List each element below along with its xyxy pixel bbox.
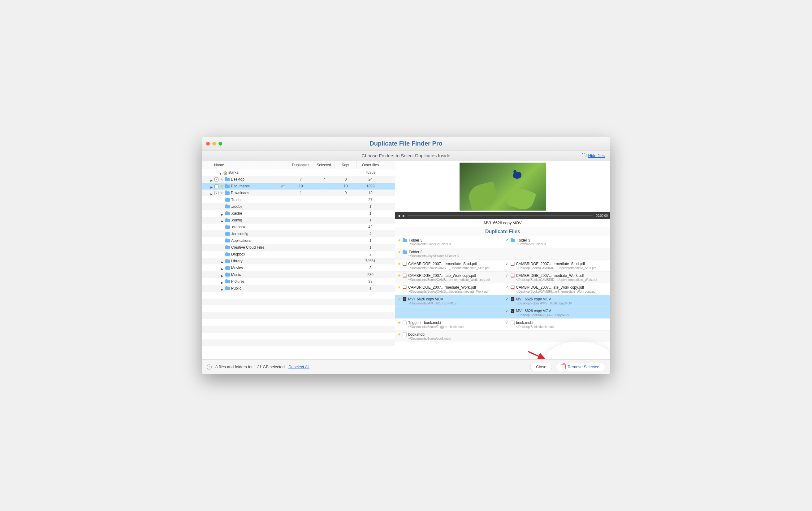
duplicate-cell[interactable]: ★book.mobi~/Documents/Books/book.mobi (395, 330, 503, 342)
zoom-window-button[interactable] (219, 142, 222, 145)
table-row[interactable]: ★Downloads11013 (202, 190, 395, 196)
duplicate-row[interactable]: ★CAMBRIDGE_2007…ermediate_Stud.pdf~/Docu… (395, 260, 610, 272)
col-selected[interactable]: Selected (313, 161, 335, 169)
check-icon: ✓ (505, 309, 509, 313)
duplicate-row[interactable]: ★MVI_6626 copy.MOV~/Documents/MVI_6626 c… (395, 295, 610, 307)
table-row[interactable]: .adobe1 (202, 203, 395, 210)
table-row[interactable]: Public1 (202, 285, 395, 292)
duplicate-cell[interactable]: ✓CAMBRIDGE_2007…rmediate_Work.pdf~/Deskt… (503, 272, 611, 283)
folder-name: .dropbox (231, 225, 246, 229)
duplicate-cell[interactable]: ★MVI_6626 copy.MOV~/Documents/MVI_6626 c… (395, 295, 503, 306)
star-icon: ★ (398, 297, 401, 301)
checkbox[interactable] (214, 191, 219, 195)
col-duplicates[interactable]: Duplicates (288, 161, 313, 169)
table-row[interactable]: Movies3 (202, 265, 395, 271)
disclosure-triangle-icon[interactable] (221, 280, 224, 283)
duplicate-cell[interactable]: ★CAMBRIDGE_2007…iate_Work copy.pdf~/Docu… (395, 272, 503, 283)
duplicate-row[interactable]: ★CAMBRIDGE_2007…iate_Work copy.pdf~/Docu… (395, 272, 610, 284)
duplicate-cell[interactable]: ✓Folder 3~/Downloads/Folder 3 (503, 236, 611, 248)
disclosure-triangle-icon[interactable] (210, 192, 213, 194)
duplicate-cell[interactable]: ✓MVI_6626 copy.MOV~/Desktop/Folder 4/MVI… (503, 295, 611, 306)
deselect-all-link[interactable]: Deselect All (288, 365, 310, 369)
duplicate-cell[interactable] (503, 248, 611, 260)
star-icon[interactable]: ★ (220, 184, 224, 189)
app-window: Duplicate File Finder Pro Choose Folders… (202, 137, 610, 374)
duplicate-cell[interactable]: ✓CAMBRIDGE_2007…iate_Work copy.pdf~/Desk… (503, 284, 611, 295)
duplicate-row[interactable]: ★book.mobi~/Documents/Books/book.mobi (395, 330, 610, 342)
duplicate-cell[interactable]: ★Folder 3~/Documents/Folder 2/Folder 3 (395, 236, 503, 248)
remove-selected-button[interactable]: Remove Selected (556, 362, 605, 371)
duplicate-cell[interactable]: ★CAMBRIDGE_2007…ermediate_Stud.pdf~/Docu… (395, 260, 503, 271)
folder-icon (225, 232, 230, 236)
folder-icon (582, 154, 586, 157)
table-row[interactable]: Library73551 (202, 258, 395, 265)
home-icon (223, 171, 227, 175)
table-row[interactable]: Creative Cloud Files1 (202, 244, 395, 251)
folder-name: Pictures (231, 279, 244, 284)
duplicate-list[interactable]: ★Folder 3~/Documents/Folder 2/Folder 3✓F… (395, 236, 610, 359)
disclosure-triangle-icon[interactable] (221, 260, 224, 263)
hide-files-link[interactable]: Hide files (582, 153, 605, 158)
duplicate-cell[interactable] (503, 330, 611, 342)
file-icon (511, 273, 515, 278)
scrubber[interactable] (408, 215, 593, 216)
close-button[interactable]: Close (530, 362, 552, 371)
duplicate-row[interactable]: ★CAMBRIDGE_2007…rmediate_Work.pdf~/Docum… (395, 284, 610, 295)
minimize-window-button[interactable] (212, 142, 216, 145)
table-row[interactable]: starka75359 (202, 169, 395, 176)
disclosure-triangle-icon[interactable] (210, 185, 213, 188)
table-row[interactable]: Trash27 (202, 196, 395, 203)
col-name[interactable]: Name (202, 161, 288, 169)
file-icon (511, 285, 515, 290)
table-row[interactable]: ★Documents10101399 (202, 183, 395, 190)
folder-tree[interactable]: starka75359★Desktop77024★Documents101013… (202, 169, 395, 359)
duplicate-cell[interactable] (395, 307, 503, 318)
checkbox[interactable] (214, 178, 219, 182)
table-row[interactable]: .fontconfig4 (202, 231, 395, 237)
info-icon[interactable]: i (207, 365, 212, 370)
star-icon: ★ (398, 332, 401, 337)
star-icon[interactable]: ★ (220, 190, 224, 195)
duplicate-cell[interactable]: ★CAMBRIDGE_2007…rmediate_Work.pdf~/Docum… (395, 284, 503, 295)
duplicate-row[interactable]: ★Folder 3~/Documents/Folder 2/Folder 3✓F… (395, 236, 610, 248)
disclosure-triangle-icon[interactable] (221, 219, 224, 222)
duplicate-row[interactable]: ★Triggeri - book.mobi~/Documents/Books/T… (395, 319, 610, 330)
star-icon: ★ (398, 250, 401, 254)
table-row[interactable]: .config1 (202, 217, 395, 223)
disclosure-triangle-icon[interactable] (221, 287, 224, 290)
table-row[interactable]: ★Desktop77024 (202, 176, 395, 183)
disclosure-triangle-icon[interactable] (210, 178, 213, 181)
star-icon[interactable]: ★ (220, 177, 224, 182)
table-row[interactable]: Applications1 (202, 237, 395, 244)
table-row[interactable]: Dropbox2 (202, 251, 395, 258)
open-folder-icon[interactable] (281, 184, 286, 188)
checkbox[interactable] (214, 184, 219, 188)
duplicate-cell[interactable]: ✓CAMBRIDGE_2007…ermediate_Stud.pdf~/Desk… (503, 260, 611, 271)
disclosure-triangle-icon[interactable] (219, 171, 222, 174)
duplicate-cell[interactable]: ★Triggeri - book.mobi~/Documents/Books/T… (395, 319, 503, 330)
play-button[interactable]: ▶ (403, 214, 405, 217)
star-icon: ★ (398, 273, 401, 278)
file-icon (511, 309, 515, 314)
duplicate-row[interactable]: ✓MVI_6626 copy.MOV~/Desktop/Books/MVI_66… (395, 307, 610, 319)
table-row[interactable]: .dropbox42 (202, 223, 395, 231)
col-kept[interactable]: Kept (335, 161, 356, 169)
disclosure-triangle-icon[interactable] (221, 273, 224, 276)
check-icon: ✓ (505, 285, 509, 290)
duplicate-row[interactable]: ★Folder 3~/Documents/Asya/Folder 1/Folde… (395, 248, 610, 260)
close-window-button[interactable] (206, 142, 210, 145)
star-icon: ★ (398, 238, 401, 242)
table-row[interactable]: .cache1 (202, 210, 395, 217)
duplicate-cell[interactable]: ✓MVI_6626 copy.MOV~/Desktop/Books/MVI_66… (503, 307, 611, 318)
duplicate-cell[interactable]: ✓book.mobi~/Desktop/Books/book.mobi (503, 319, 611, 330)
check-icon: ✓ (505, 273, 509, 278)
disclosure-triangle-icon[interactable] (221, 212, 224, 215)
folder-name: Public (231, 286, 241, 291)
video-player-bar[interactable]: ◀ ▶ 00:00:00 (395, 212, 610, 219)
disclosure-triangle-icon[interactable] (221, 267, 224, 269)
table-row[interactable]: Pictures33 (202, 278, 395, 285)
prev-button[interactable]: ◀ (398, 214, 400, 217)
duplicate-cell[interactable]: ★Folder 3~/Documents/Asya/Folder 1/Folde… (395, 248, 503, 260)
col-other[interactable]: Other files (356, 161, 384, 169)
table-row[interactable]: Music230 (202, 271, 395, 278)
